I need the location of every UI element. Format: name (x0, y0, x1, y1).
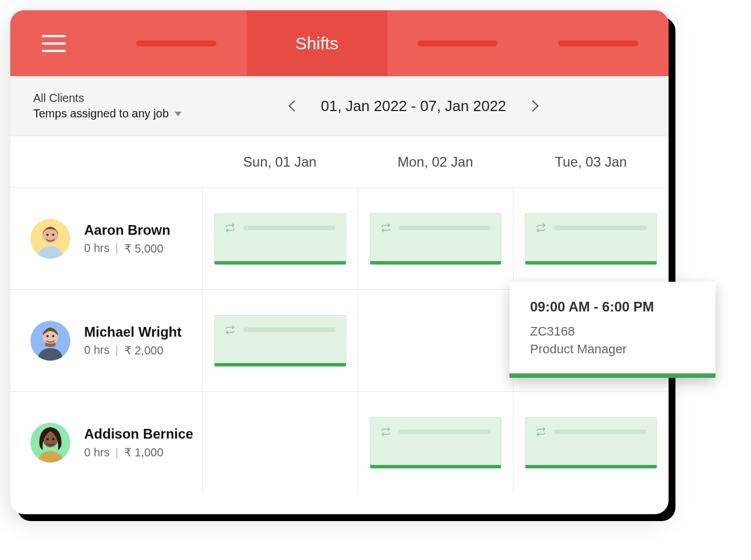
shift-placeholder-icon (243, 328, 335, 332)
menu-icon[interactable] (42, 35, 66, 52)
shift-placeholder-icon (399, 226, 491, 230)
day-header-spacer (10, 136, 202, 187)
person-hours: 0 hrs (84, 446, 109, 459)
avatar (30, 423, 70, 463)
svg-point-1 (42, 227, 58, 243)
svg-point-6 (46, 335, 49, 337)
day-header-row: Sun, 01 Jan Mon, 02 Jan Tue, 03 Jan (10, 136, 669, 188)
person-subtext: 0 hrs | ₹ 5,000 (84, 242, 171, 255)
header-tab-placeholder-1[interactable] (106, 10, 247, 76)
avatar-icon (30, 321, 70, 361)
header-tab-shifts[interactable]: Shifts (247, 10, 388, 76)
svg-point-3 (52, 234, 54, 236)
shift-card[interactable] (525, 213, 657, 265)
shift-placeholder-icon (399, 429, 491, 434)
day-header-mon: Mon, 02 Jan (358, 136, 513, 187)
header-tab-placeholder-2[interactable] (388, 10, 528, 76)
day-header-sun: Sun, 01 Jan (202, 136, 358, 187)
avatar-icon (30, 423, 70, 463)
shift-placeholder-icon (243, 226, 335, 230)
app-window: Shifts All Clients Temps assigned to any… (10, 10, 669, 514)
person-cell[interactable]: Aaron Brown 0 hrs | ₹ 5,000 (10, 188, 202, 289)
person-hours: 0 hrs (84, 344, 109, 357)
person-name: Michael Wright (84, 324, 181, 340)
svg-point-2 (46, 234, 49, 236)
person-cell[interactable]: Addison Bernice 0 hrs | ₹ 1,000 (10, 392, 202, 494)
repeat-icon (381, 223, 391, 233)
avatar (30, 321, 70, 361)
shift-placeholder-icon (554, 226, 646, 230)
day-cell[interactable] (202, 188, 358, 289)
tab-placeholder-icon (417, 41, 497, 46)
separator: | (115, 344, 118, 357)
shift-card[interactable] (370, 213, 502, 265)
schedule-row: Aaron Brown 0 hrs | ₹ 5,000 (10, 188, 669, 290)
prev-week-button[interactable] (288, 100, 300, 112)
shift-card[interactable] (214, 213, 346, 265)
person-name: Addison Bernice (84, 426, 193, 442)
tab-placeholder-icon (136, 41, 216, 46)
chevron-down-icon (175, 112, 181, 116)
svg-point-10 (46, 438, 49, 440)
day-cell[interactable] (513, 392, 669, 494)
day-cell[interactable] (358, 290, 513, 391)
filter-left: All Clients Temps assigned to any job (33, 92, 181, 120)
popup-time-label: 09:00 AM - 6:00 PM (530, 299, 695, 315)
repeat-icon (536, 223, 546, 233)
svg-point-7 (52, 335, 54, 337)
tab-placeholder-icon (558, 41, 638, 46)
day-cell[interactable] (202, 392, 358, 494)
person-subtext: 0 hrs | ₹ 2,000 (84, 344, 181, 357)
day-cell[interactable] (358, 392, 513, 494)
date-range-nav: 01, Jan 2022 - 07, Jan 2022 (181, 97, 646, 115)
person-subtext: 0 hrs | ₹ 1,000 (84, 445, 193, 459)
avatar (30, 219, 70, 259)
header-tabs: Shifts (106, 10, 669, 76)
person-pay: ₹ 1,000 (124, 445, 164, 459)
avatar-icon (30, 219, 70, 259)
filter-bar: All Clients Temps assigned to any job 01… (10, 76, 669, 136)
person-text: Michael Wright 0 hrs | ₹ 2,000 (84, 324, 181, 357)
person-pay: ₹ 2,000 (124, 344, 164, 357)
repeat-icon (381, 427, 391, 437)
repeat-icon (536, 427, 546, 437)
day-cell[interactable] (513, 188, 669, 289)
shift-card[interactable] (370, 417, 502, 468)
filter-clients-label[interactable]: All Clients (33, 92, 181, 105)
day-header-tue: Tue, 03 Jan (513, 136, 669, 187)
person-name: Aaron Brown (84, 222, 171, 238)
date-range-label[interactable]: 01, Jan 2022 - 07, Jan 2022 (321, 97, 507, 115)
header-tab-label: Shifts (295, 34, 338, 53)
popup-role-label: Product Manager (530, 341, 695, 358)
filter-assigned-label: Temps assigned to any job (33, 107, 169, 120)
app-header: Shifts (10, 10, 669, 76)
person-cell[interactable]: Michael Wright 0 hrs | ₹ 2,000 (10, 290, 202, 391)
shift-card[interactable] (214, 315, 346, 366)
day-cell[interactable] (358, 188, 513, 289)
separator: | (115, 242, 118, 255)
next-week-button[interactable] (527, 100, 539, 112)
header-tab-placeholder-3[interactable] (528, 10, 669, 76)
svg-point-11 (52, 438, 54, 440)
separator: | (115, 446, 118, 459)
popup-code-label: ZC3168 (530, 323, 695, 341)
day-cell[interactable] (202, 290, 358, 391)
shift-card[interactable] (525, 417, 657, 468)
person-hours: 0 hrs (84, 242, 109, 255)
shift-details-popup[interactable]: 09:00 AM - 6:00 PM ZC3168 Product Manage… (509, 282, 716, 378)
repeat-icon (225, 223, 235, 233)
filter-assigned-dropdown[interactable]: Temps assigned to any job (33, 107, 181, 120)
shift-placeholder-icon (554, 429, 646, 434)
repeat-icon (225, 325, 235, 335)
person-text: Aaron Brown 0 hrs | ₹ 5,000 (84, 222, 171, 255)
person-pay: ₹ 5,000 (124, 242, 164, 255)
person-text: Addison Bernice 0 hrs | ₹ 1,000 (84, 426, 193, 459)
schedule-row: Addison Bernice 0 hrs | ₹ 1,000 (10, 392, 669, 494)
